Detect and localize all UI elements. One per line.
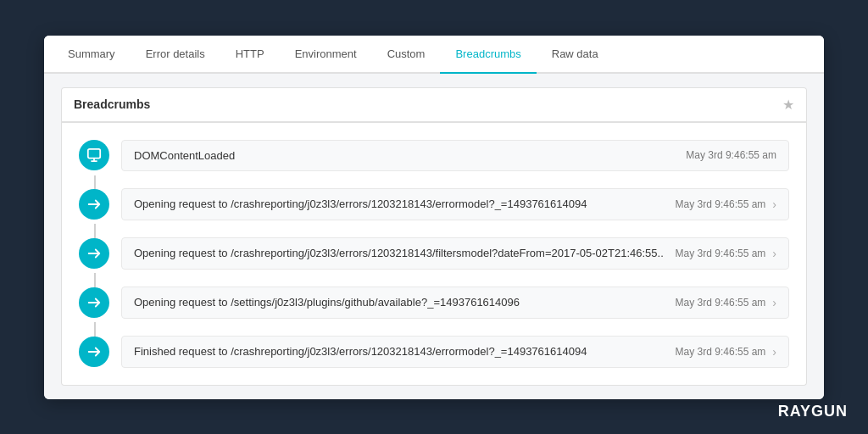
chevron-right-icon: ›: [772, 247, 776, 260]
chevron-right-icon: ›: [772, 296, 776, 309]
timeline-text: DOMContentLoaded: [134, 149, 235, 162]
tab-custom[interactable]: Custom: [372, 36, 441, 74]
timeline-text: Opening request to /settings/j0z3l3/plug…: [134, 296, 520, 309]
timeline-text: Opening request to /crashreporting/j0z3l…: [134, 247, 664, 259]
timeline-meta: May 3rd 9:46:55 am ›: [676, 198, 776, 211]
tab-summary[interactable]: Summary: [53, 36, 131, 74]
timeline-meta: May 3rd 9:46:55 am ›: [676, 296, 776, 309]
content-area: Breadcrumbs ★ DOMContentLoaded May 3rd 9…: [44, 74, 824, 399]
timeline-text: Finished request to /crashreporting/j0z3…: [134, 345, 587, 358]
section-title: Breadcrumbs: [74, 97, 150, 111]
timeline-time: May 3rd 9:46:55 am: [676, 297, 766, 309]
timeline-time: May 3rd 9:46:55 am: [676, 346, 766, 358]
svg-rect-0: [88, 149, 100, 159]
timeline-meta: May 3rd 9:46:55 am: [686, 149, 776, 161]
request-icon: [79, 189, 109, 220]
star-icon[interactable]: ★: [782, 97, 794, 113]
timeline-body: DOMContentLoaded May 3rd 9:46:55 am: [121, 140, 789, 171]
timeline-meta: May 3rd 9:46:55 am ›: [676, 247, 776, 260]
main-card: Summary Error details HTTP Environment C…: [44, 36, 824, 399]
chevron-right-icon: ›: [772, 198, 776, 211]
timeline-body[interactable]: Opening request to /settings/j0z3l3/plug…: [121, 287, 789, 319]
timeline-meta: May 3rd 9:46:55 am ›: [676, 345, 776, 359]
tab-error-details[interactable]: Error details: [131, 36, 220, 74]
tab-environment[interactable]: Environment: [280, 36, 372, 74]
list-item: Opening request to /crashreporting/j0z3l…: [79, 229, 789, 278]
tab-raw-data[interactable]: Raw data: [537, 36, 614, 74]
timeline-time: May 3rd 9:46:55 am: [686, 149, 776, 161]
tab-bar: Summary Error details HTTP Environment C…: [44, 36, 824, 74]
section-header: Breadcrumbs ★: [61, 87, 807, 123]
timeline-time: May 3rd 9:46:55 am: [676, 248, 766, 259]
request-icon: [79, 238, 109, 269]
list-item: DOMContentLoaded May 3rd 9:46:55 am: [79, 131, 789, 180]
chevron-right-icon: ›: [772, 345, 776, 359]
timeline-text: Opening request to /crashreporting/j0z3l…: [134, 198, 587, 210]
list-item: Opening request to /settings/j0z3l3/plug…: [79, 278, 789, 327]
timeline: DOMContentLoaded May 3rd 9:46:55 am Open…: [61, 123, 807, 386]
timeline-time: May 3rd 9:46:55 am: [676, 198, 766, 210]
finished-request-icon: [79, 337, 109, 367]
tab-breadcrumbs[interactable]: Breadcrumbs: [440, 36, 536, 74]
timeline-body[interactable]: Opening request to /crashreporting/j0z3l…: [121, 188, 789, 220]
dom-icon: [79, 140, 109, 170]
tab-http[interactable]: HTTP: [220, 36, 280, 74]
list-item: Opening request to /crashreporting/j0z3l…: [79, 180, 789, 229]
raygun-logo: RAYGUN: [778, 403, 848, 420]
timeline-body[interactable]: Opening request to /crashreporting/j0z3l…: [121, 237, 789, 270]
list-item: Finished request to /crashreporting/j0z3…: [79, 327, 789, 376]
request-icon: [79, 287, 109, 318]
timeline-body[interactable]: Finished request to /crashreporting/j0z3…: [121, 336, 789, 368]
